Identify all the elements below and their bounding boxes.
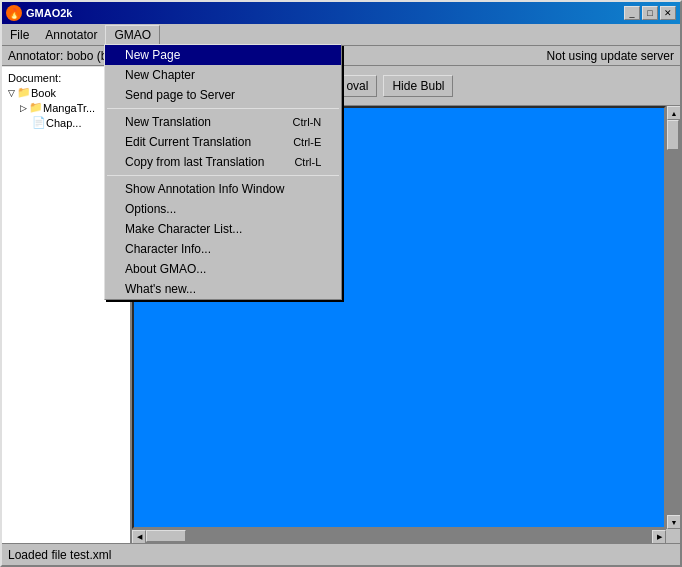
menu-file[interactable]: File bbox=[2, 26, 37, 44]
dropdown-menu: New PageNew ChapterSend page to ServerNe… bbox=[104, 44, 342, 300]
status-text: Loaded file test.xml bbox=[8, 548, 111, 562]
dropdown-item-label-character-info: Character Info... bbox=[125, 242, 211, 256]
folder-icon-book: 📁 bbox=[17, 86, 31, 99]
annotator-left: Annotator: bobo (b... bbox=[8, 49, 117, 63]
hide-bubble-label: Hide Bubl bbox=[392, 79, 444, 93]
dropdown-item-label-whats-new: What's new... bbox=[125, 282, 196, 296]
dropdown-item-label-copy-translation: Copy from last Translation bbox=[125, 155, 264, 169]
minimize-button[interactable]: _ bbox=[624, 6, 640, 20]
dropdown-item-label-about: About GMAO... bbox=[125, 262, 206, 276]
scroll-thumb-v[interactable] bbox=[667, 120, 679, 150]
dropdown-item-options[interactable]: Options... bbox=[105, 199, 341, 219]
annotator-right: Not using update server bbox=[547, 49, 674, 63]
dropdown-item-label-new-page: New Page bbox=[125, 48, 180, 62]
scroll-left-arrow[interactable]: ◀ bbox=[132, 530, 146, 543]
dropdown-item-new-translation[interactable]: New TranslationCtrl-N bbox=[105, 112, 341, 132]
book-label: Book bbox=[31, 87, 56, 99]
dropdown-item-about[interactable]: About GMAO... bbox=[105, 259, 341, 279]
manga-arrow: ▷ bbox=[20, 103, 27, 113]
dropdown-item-edit-translation[interactable]: Edit Current TranslationCtrl-E bbox=[105, 132, 341, 152]
doc-icon-chap: 📄 bbox=[32, 116, 46, 129]
manga-label: MangaTr... bbox=[43, 102, 95, 114]
dropdown-item-send-page[interactable]: Send page to Server bbox=[105, 85, 341, 105]
dropdown-item-label-show-annotation: Show Annotation Info Window bbox=[125, 182, 284, 196]
close-button[interactable]: ✕ bbox=[660, 6, 676, 20]
folder-icon-manga: 📁 bbox=[29, 101, 43, 114]
dropdown-item-label-edit-translation: Edit Current Translation bbox=[125, 135, 251, 149]
dropdown-separator-copy-translation bbox=[107, 175, 339, 176]
menu-bar: File Annotator GMAO bbox=[2, 24, 680, 46]
scroll-track-v[interactable] bbox=[667, 120, 680, 515]
status-bar: Loaded file test.xml bbox=[2, 543, 680, 565]
dropdown-item-label-new-translation: New Translation bbox=[125, 115, 211, 129]
dropdown-item-new-chapter[interactable]: New Chapter bbox=[105, 65, 341, 85]
scroll-right-arrow[interactable]: ▶ bbox=[652, 530, 666, 543]
book-arrow: ▽ bbox=[8, 88, 15, 98]
dropdown-shortcut-edit-translation: Ctrl-E bbox=[293, 136, 321, 148]
maximize-button[interactable]: □ bbox=[642, 6, 658, 20]
dropdown-item-label-send-page: Send page to Server bbox=[125, 88, 235, 102]
dropdown-item-make-character[interactable]: Make Character List... bbox=[105, 219, 341, 239]
scroll-up-arrow[interactable]: ▲ bbox=[667, 106, 680, 120]
dropdown-item-label-new-chapter: New Chapter bbox=[125, 68, 195, 82]
scroll-thumb-h[interactable] bbox=[146, 530, 186, 542]
scrollbar-vertical[interactable]: ▲ ▼ bbox=[666, 106, 680, 529]
dropdown-shortcut-copy-translation: Ctrl-L bbox=[294, 156, 321, 168]
title-bar: 🔥 GMAO2k _ □ ✕ bbox=[2, 2, 680, 24]
menu-annotator[interactable]: Annotator bbox=[37, 26, 105, 44]
dropdown-item-show-annotation[interactable]: Show Annotation Info Window bbox=[105, 179, 341, 199]
window-title: GMAO2k bbox=[26, 7, 72, 19]
scroll-down-arrow[interactable]: ▼ bbox=[667, 515, 680, 529]
document-label: Document: bbox=[8, 72, 61, 84]
title-buttons: _ □ ✕ bbox=[624, 6, 676, 20]
dropdown-item-character-info[interactable]: Character Info... bbox=[105, 239, 341, 259]
scroll-corner bbox=[666, 529, 680, 543]
dropdown-item-whats-new[interactable]: What's new... bbox=[105, 279, 341, 299]
dropdown-item-new-page[interactable]: New Page bbox=[105, 45, 341, 65]
dropdown-item-label-make-character: Make Character List... bbox=[125, 222, 242, 236]
dropdown-item-label-options: Options... bbox=[125, 202, 176, 216]
chap-label: Chap... bbox=[46, 117, 81, 129]
dropdown-item-copy-translation[interactable]: Copy from last TranslationCtrl-L bbox=[105, 152, 341, 172]
scrollbar-horizontal[interactable]: ◀ ▶ bbox=[132, 529, 666, 543]
dropdown-shortcut-new-translation: Ctrl-N bbox=[293, 116, 322, 128]
main-window: 🔥 GMAO2k _ □ ✕ File Annotator GMAO Annot… bbox=[0, 0, 682, 567]
hide-bubble-button[interactable]: Hide Bubl bbox=[383, 75, 453, 97]
menu-gmao[interactable]: GMAO bbox=[105, 25, 160, 45]
dropdown-separator-send-page bbox=[107, 108, 339, 109]
app-icon: 🔥 bbox=[6, 5, 22, 21]
oval-label: oval bbox=[346, 79, 368, 93]
scroll-track-h[interactable] bbox=[146, 530, 652, 543]
